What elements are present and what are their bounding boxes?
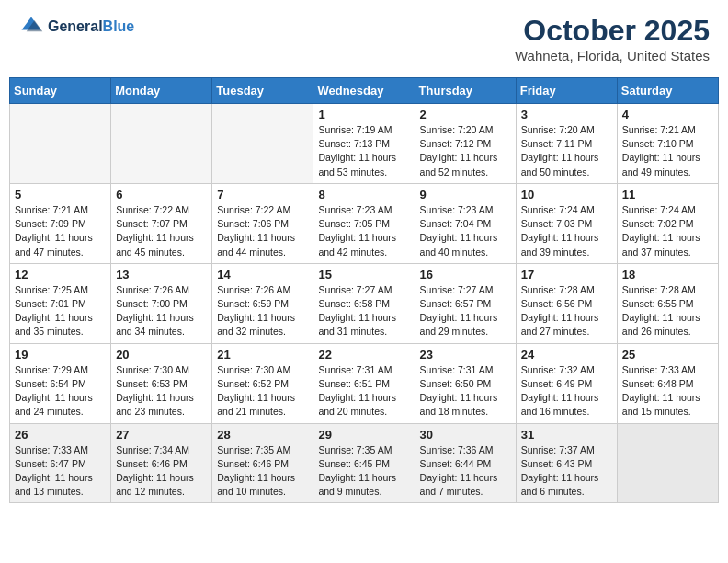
day-number: 17 [521, 268, 612, 282]
calendar-cell: 14Sunrise: 7:26 AM Sunset: 6:59 PM Dayli… [212, 263, 313, 343]
day-info: Sunrise: 7:33 AM Sunset: 6:47 PM Dayligh… [15, 443, 106, 500]
calendar-cell: 8Sunrise: 7:23 AM Sunset: 7:05 PM Daylig… [313, 183, 415, 263]
calendar-cell [617, 423, 718, 503]
day-info: Sunrise: 7:28 AM Sunset: 6:56 PM Dayligh… [521, 283, 612, 339]
calendar-cell: 21Sunrise: 7:30 AM Sunset: 6:52 PM Dayli… [212, 343, 313, 423]
day-number: 30 [420, 428, 511, 442]
day-number: 4 [622, 108, 713, 121]
day-number: 7 [217, 188, 308, 201]
calendar-cell: 19Sunrise: 7:29 AM Sunset: 6:54 PM Dayli… [10, 343, 111, 423]
calendar-table: SundayMondayTuesdayWednesdayThursdayFrid… [9, 77, 719, 503]
day-info: Sunrise: 7:24 AM Sunset: 7:02 PM Dayligh… [622, 203, 713, 259]
day-number: 22 [318, 348, 409, 362]
calendar-cell: 30Sunrise: 7:36 AM Sunset: 6:44 PM Dayli… [415, 423, 516, 503]
day-number: 5 [15, 188, 106, 201]
calendar-cell: 18Sunrise: 7:28 AM Sunset: 6:55 PM Dayli… [617, 263, 718, 343]
day-info: Sunrise: 7:37 AM Sunset: 6:43 PM Dayligh… [521, 443, 612, 500]
logo: GeneralBlue [18, 14, 134, 40]
day-info: Sunrise: 7:27 AM Sunset: 6:58 PM Dayligh… [318, 283, 409, 339]
day-number: 1 [318, 108, 409, 121]
logo-blue: Blue [103, 18, 135, 34]
calendar-cell: 12Sunrise: 7:25 AM Sunset: 7:01 PM Dayli… [10, 263, 111, 343]
day-info: Sunrise: 7:26 AM Sunset: 6:59 PM Dayligh… [217, 283, 308, 339]
day-number: 31 [521, 428, 612, 442]
day-info: Sunrise: 7:28 AM Sunset: 6:55 PM Dayligh… [622, 283, 713, 339]
day-info: Sunrise: 7:29 AM Sunset: 6:54 PM Dayligh… [15, 363, 106, 419]
day-info: Sunrise: 7:30 AM Sunset: 6:53 PM Dayligh… [116, 363, 207, 419]
day-info: Sunrise: 7:36 AM Sunset: 6:44 PM Dayligh… [420, 443, 511, 500]
day-number: 27 [116, 428, 207, 442]
day-info: Sunrise: 7:23 AM Sunset: 7:05 PM Dayligh… [318, 203, 409, 259]
logo-text: GeneralBlue [48, 17, 134, 35]
day-number: 18 [622, 268, 713, 282]
calendar-cell: 15Sunrise: 7:27 AM Sunset: 6:58 PM Dayli… [313, 263, 415, 343]
day-number: 19 [15, 348, 106, 362]
day-info: Sunrise: 7:35 AM Sunset: 6:45 PM Dayligh… [318, 443, 409, 500]
day-info: Sunrise: 7:32 AM Sunset: 6:49 PM Dayligh… [521, 363, 612, 419]
day-number: 12 [15, 268, 106, 282]
day-number: 3 [521, 108, 612, 121]
calendar-cell: 5Sunrise: 7:21 AM Sunset: 7:09 PM Daylig… [10, 183, 111, 263]
day-number: 16 [420, 268, 511, 282]
logo-general: General [48, 18, 103, 34]
calendar-cell: 17Sunrise: 7:28 AM Sunset: 6:56 PM Dayli… [516, 263, 617, 343]
day-info: Sunrise: 7:24 AM Sunset: 7:03 PM Dayligh… [521, 203, 612, 259]
weekday-header-wednesday: Wednesday [313, 78, 415, 104]
calendar-cell: 9Sunrise: 7:23 AM Sunset: 7:04 PM Daylig… [415, 183, 516, 263]
day-number: 25 [622, 348, 713, 362]
day-number: 20 [116, 348, 207, 362]
day-number: 21 [217, 348, 308, 362]
location: Wahneta, Florida, United States [515, 48, 710, 63]
day-number: 29 [318, 428, 409, 442]
calendar-cell: 1Sunrise: 7:19 AM Sunset: 7:13 PM Daylig… [313, 104, 415, 184]
day-number: 23 [420, 348, 511, 362]
day-info: Sunrise: 7:21 AM Sunset: 7:09 PM Dayligh… [15, 203, 106, 259]
calendar-cell: 22Sunrise: 7:31 AM Sunset: 6:51 PM Dayli… [313, 343, 415, 423]
calendar-cell: 31Sunrise: 7:37 AM Sunset: 6:43 PM Dayli… [516, 423, 617, 503]
calendar-cell: 2Sunrise: 7:20 AM Sunset: 7:12 PM Daylig… [415, 104, 516, 184]
day-number: 14 [217, 268, 308, 282]
day-info: Sunrise: 7:25 AM Sunset: 7:01 PM Dayligh… [15, 283, 106, 339]
day-info: Sunrise: 7:35 AM Sunset: 6:46 PM Dayligh… [217, 443, 308, 500]
calendar-cell: 26Sunrise: 7:33 AM Sunset: 6:47 PM Dayli… [10, 423, 111, 503]
day-info: Sunrise: 7:30 AM Sunset: 6:52 PM Dayligh… [217, 363, 308, 419]
title-block: October 2025 Wahneta, Florida, United St… [515, 14, 710, 63]
day-info: Sunrise: 7:21 AM Sunset: 7:10 PM Dayligh… [622, 123, 713, 179]
weekday-header-thursday: Thursday [415, 78, 516, 104]
calendar-week-5: 26Sunrise: 7:33 AM Sunset: 6:47 PM Dayli… [10, 423, 719, 503]
calendar-cell: 27Sunrise: 7:34 AM Sunset: 6:46 PM Dayli… [111, 423, 212, 503]
day-info: Sunrise: 7:31 AM Sunset: 6:50 PM Dayligh… [420, 363, 511, 419]
calendar-cell: 11Sunrise: 7:24 AM Sunset: 7:02 PM Dayli… [617, 183, 718, 263]
weekday-header-friday: Friday [516, 78, 617, 104]
day-number: 9 [420, 188, 511, 201]
calendar-cell: 23Sunrise: 7:31 AM Sunset: 6:50 PM Dayli… [415, 343, 516, 423]
day-info: Sunrise: 7:23 AM Sunset: 7:04 PM Dayligh… [420, 203, 511, 259]
day-info: Sunrise: 7:20 AM Sunset: 7:12 PM Dayligh… [420, 123, 511, 179]
calendar-week-1: 1Sunrise: 7:19 AM Sunset: 7:13 PM Daylig… [10, 104, 719, 184]
weekday-header-row: SundayMondayTuesdayWednesdayThursdayFrid… [10, 78, 719, 104]
calendar-cell: 3Sunrise: 7:20 AM Sunset: 7:11 PM Daylig… [516, 104, 617, 184]
calendar-cell: 4Sunrise: 7:21 AM Sunset: 7:10 PM Daylig… [617, 104, 718, 184]
day-number: 10 [521, 188, 612, 201]
day-number: 8 [318, 188, 409, 201]
calendar-cell: 29Sunrise: 7:35 AM Sunset: 6:45 PM Dayli… [313, 423, 415, 503]
calendar-cell: 20Sunrise: 7:30 AM Sunset: 6:53 PM Dayli… [111, 343, 212, 423]
day-info: Sunrise: 7:34 AM Sunset: 6:46 PM Dayligh… [116, 443, 207, 500]
day-number: 26 [15, 428, 106, 442]
day-number: 6 [116, 188, 207, 201]
logo-icon [18, 14, 44, 40]
day-number: 24 [521, 348, 612, 362]
weekday-header-sunday: Sunday [10, 78, 111, 104]
day-info: Sunrise: 7:22 AM Sunset: 7:07 PM Dayligh… [116, 203, 207, 259]
day-info: Sunrise: 7:26 AM Sunset: 7:00 PM Dayligh… [116, 283, 207, 339]
day-info: Sunrise: 7:33 AM Sunset: 6:48 PM Dayligh… [622, 363, 713, 419]
page-header: GeneralBlue October 2025 Wahneta, Florid… [9, 9, 719, 68]
calendar-cell: 16Sunrise: 7:27 AM Sunset: 6:57 PM Dayli… [415, 263, 516, 343]
weekday-header-monday: Monday [111, 78, 212, 104]
day-info: Sunrise: 7:19 AM Sunset: 7:13 PM Dayligh… [318, 123, 409, 179]
weekday-header-saturday: Saturday [617, 78, 718, 104]
calendar-cell [10, 104, 111, 184]
month-title: October 2025 [515, 14, 710, 48]
calendar-cell: 7Sunrise: 7:22 AM Sunset: 7:06 PM Daylig… [212, 183, 313, 263]
day-info: Sunrise: 7:20 AM Sunset: 7:11 PM Dayligh… [521, 123, 612, 179]
